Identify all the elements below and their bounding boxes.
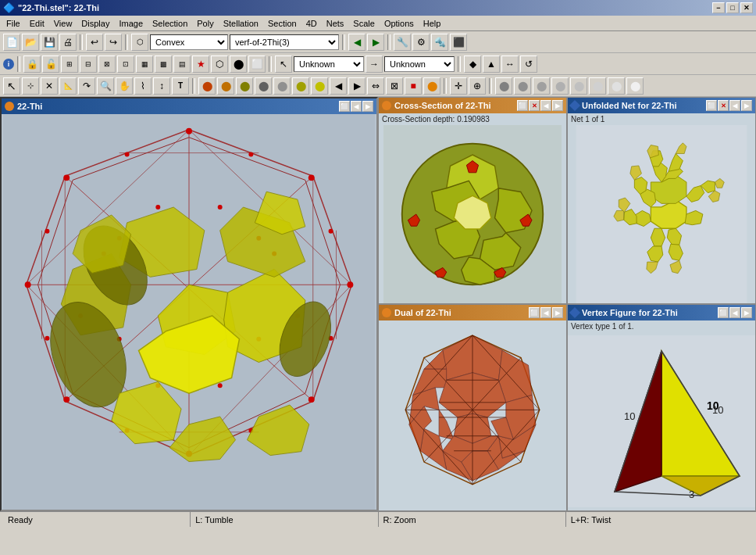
shape-3d-8[interactable]: ⬤ bbox=[626, 77, 644, 95]
unfolded-net-controls[interactable]: ⬜ ✕ ◀ ▶ bbox=[706, 100, 752, 111]
menu-image[interactable]: Image bbox=[114, 17, 148, 30]
vertex-figure-ctrl-3[interactable]: ▶ bbox=[741, 307, 752, 318]
play-back-button[interactable]: ◀ bbox=[348, 34, 366, 51]
grid-btn-2[interactable]: ⊟ bbox=[80, 56, 97, 73]
flip-btn-1[interactable]: ⇔ bbox=[367, 77, 384, 95]
shape-tool-3[interactable]: ↔ bbox=[501, 56, 519, 73]
text-tool[interactable]: T bbox=[172, 77, 189, 95]
toolbar-btn-c[interactable]: 🔩 bbox=[431, 34, 448, 51]
close-button[interactable]: ✕ bbox=[740, 2, 753, 13]
arrow-left-btn[interactable]: ◀ bbox=[330, 77, 347, 95]
menu-stellation[interactable]: Stellation bbox=[219, 17, 263, 30]
face-btn-7[interactable]: ⬤ bbox=[311, 77, 328, 95]
dual-ctrl-3[interactable]: ▶ bbox=[552, 307, 563, 318]
shape-3d-2[interactable]: ⬤ bbox=[514, 77, 531, 95]
cross-section-ctrl-1[interactable]: ⬜ bbox=[517, 100, 528, 111]
unfolded-net-ctrl-3[interactable]: ▶ bbox=[741, 100, 752, 111]
shape-3d-1[interactable]: ⬤ bbox=[495, 77, 512, 95]
cross-section-viewport[interactable] bbox=[379, 125, 566, 303]
arrow-btn[interactable]: → bbox=[366, 56, 383, 73]
open-button[interactable]: 📂 bbox=[22, 34, 39, 51]
shape-3d-6[interactable]: ⬤ bbox=[589, 77, 606, 95]
main-panel-ctrl-3[interactable]: ▶ bbox=[362, 101, 373, 112]
menu-nets[interactable]: Nets bbox=[322, 17, 349, 30]
grid-btn-4[interactable]: ⊡ bbox=[117, 56, 134, 73]
face-btn-2[interactable]: ⬤ bbox=[217, 77, 234, 95]
menu-options[interactable]: Options bbox=[380, 17, 419, 30]
star-btn[interactable]: ★ bbox=[192, 56, 209, 73]
main-panel-controls[interactable]: ⬜ ◀ ▶ bbox=[339, 101, 373, 112]
grid-btn-5[interactable]: ▦ bbox=[136, 56, 153, 73]
select-tool-3[interactable]: ✕ bbox=[41, 77, 58, 95]
pan-tool[interactable]: ✋ bbox=[116, 77, 133, 95]
main-panel-ctrl-2[interactable]: ◀ bbox=[351, 101, 362, 112]
shape-tool-4[interactable]: ↺ bbox=[520, 56, 537, 73]
verf-dropdown[interactable]: verf-of-2Thi(3) bbox=[230, 34, 339, 50]
cursor-btn[interactable]: ↖ bbox=[275, 56, 292, 73]
select-tool-2[interactable]: ⊹ bbox=[22, 77, 39, 95]
shape-tool-1[interactable]: ◆ bbox=[464, 56, 481, 73]
select-tool[interactable]: ↖ bbox=[3, 77, 20, 95]
new-button[interactable]: 📄 bbox=[3, 34, 20, 51]
save-button[interactable]: 💾 bbox=[41, 34, 58, 51]
menu-section[interactable]: Section bbox=[263, 17, 301, 30]
menu-edit[interactable]: Edit bbox=[25, 17, 49, 30]
cross-section-ctrl-2[interactable]: ◀ bbox=[540, 100, 551, 111]
menu-4d[interactable]: 4D bbox=[301, 17, 322, 30]
convex-dropdown[interactable]: Convex bbox=[150, 34, 228, 50]
menu-help[interactable]: Help bbox=[419, 17, 446, 30]
face-btn-4[interactable]: ⬤ bbox=[255, 77, 272, 95]
print-button[interactable]: 🖨 bbox=[59, 34, 77, 51]
grid-btn-1[interactable]: ⊞ bbox=[61, 56, 78, 73]
unfolded-net-ctrl-2[interactable]: ◀ bbox=[729, 100, 740, 111]
face-btn-5[interactable]: ⬤ bbox=[273, 77, 291, 95]
unfolded-net-viewport[interactable] bbox=[568, 125, 755, 303]
menu-scale[interactable]: Scale bbox=[348, 17, 380, 30]
lock-button[interactable]: 🔒 bbox=[23, 56, 41, 73]
unfolded-net-ctrl-x[interactable]: ✕ bbox=[718, 100, 729, 111]
menu-file[interactable]: File bbox=[2, 17, 25, 30]
shape-3d-5[interactable]: ⬤ bbox=[570, 77, 587, 95]
menu-selection[interactable]: Selection bbox=[148, 17, 192, 30]
unlock-button[interactable]: 🔓 bbox=[42, 56, 59, 73]
sphere-btn[interactable]: ⬤ bbox=[230, 56, 247, 73]
grid-btn-6[interactable]: ▩ bbox=[155, 56, 172, 73]
shape-3d-7[interactable]: ⬤ bbox=[608, 77, 625, 95]
toolbar-btn-a[interactable]: 🔧 bbox=[394, 34, 411, 51]
unknown-dropdown-2[interactable]: Unknown bbox=[384, 56, 455, 72]
cross-section-ctrl-x[interactable]: ✕ bbox=[529, 100, 540, 111]
draw-tool-1[interactable]: ⌇ bbox=[134, 77, 152, 95]
box-btn[interactable]: ⬜ bbox=[248, 56, 266, 73]
minimize-button[interactable]: − bbox=[712, 2, 725, 13]
plus-btn[interactable]: ⊕ bbox=[469, 77, 486, 95]
toolbar-btn-d[interactable]: ⬛ bbox=[450, 34, 467, 51]
dual-ctrl-1[interactable]: ⬜ bbox=[529, 307, 540, 318]
menu-poly[interactable]: Poly bbox=[192, 17, 218, 30]
grid-btn-3[interactable]: ⊠ bbox=[98, 56, 116, 73]
dual-controls[interactable]: ⬜ ◀ ▶ bbox=[529, 307, 563, 318]
play-forward-button[interactable]: ▶ bbox=[367, 34, 384, 51]
stop-btn[interactable]: ■ bbox=[405, 77, 422, 95]
face-btn-6[interactable]: ⬤ bbox=[292, 77, 309, 95]
menu-view[interactable]: View bbox=[49, 17, 77, 30]
vertex-figure-ctrl-1[interactable]: ⬜ bbox=[718, 307, 729, 318]
unfolded-net-ctrl-1[interactable]: ⬜ bbox=[706, 100, 717, 111]
rotate-tool[interactable]: ↷ bbox=[78, 77, 95, 95]
vertex-figure-controls[interactable]: ⬜ ◀ ▶ bbox=[718, 307, 752, 318]
dual-viewport[interactable] bbox=[379, 320, 566, 510]
shape-3d-3[interactable]: ⬤ bbox=[533, 77, 550, 95]
redo-button[interactable]: ↪ bbox=[105, 34, 122, 51]
zoom-tool[interactable]: 🔍 bbox=[97, 77, 114, 95]
dual-ctrl-2[interactable]: ◀ bbox=[540, 307, 551, 318]
arrow-right-btn[interactable]: ▶ bbox=[348, 77, 366, 95]
maximize-button[interactable]: □ bbox=[726, 2, 739, 13]
vertex-figure-ctrl-2[interactable]: ◀ bbox=[729, 307, 740, 318]
cross-section-ctrl-3[interactable]: ▶ bbox=[552, 100, 563, 111]
menu-display[interactable]: Display bbox=[77, 17, 114, 30]
main-3d-viewport[interactable] bbox=[2, 114, 376, 510]
undo-button[interactable]: ↩ bbox=[86, 34, 103, 51]
face-btn-3[interactable]: ⬤ bbox=[236, 77, 253, 95]
cross-section-controls[interactable]: ⬜ ✕ ◀ ▶ bbox=[517, 100, 563, 111]
cube-btn[interactable]: ⬡ bbox=[211, 56, 228, 73]
title-bar-controls[interactable]: − □ ✕ bbox=[712, 2, 753, 13]
